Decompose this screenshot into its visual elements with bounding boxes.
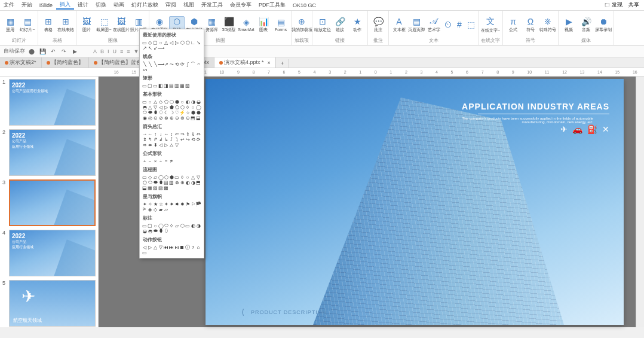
shape-option[interactable]: ▱ — [153, 175, 158, 179]
shape-option[interactable]: ⬒ — [191, 115, 195, 120]
shape-option[interactable]: ⬄ — [142, 142, 147, 147]
shape-option[interactable]: × — [153, 159, 158, 163]
special-symbol-button[interactable]: ※特殊符号 — [540, 16, 556, 33]
shape-option[interactable]: ↳ — [164, 137, 168, 142]
shape-option[interactable]: ⚑ — [185, 202, 190, 206]
shape-option[interactable]: ▭ — [142, 223, 147, 228]
shape-option[interactable]: ⇓ — [191, 132, 195, 136]
shape-option[interactable]: ↪ — [185, 137, 190, 142]
shape-option[interactable]: ✷ — [169, 202, 174, 206]
shape-option[interactable]: ★ — [153, 202, 158, 206]
shape-option[interactable]: ▤ — [164, 180, 168, 185]
menu-transition[interactable]: 切换 — [92, 1, 110, 9]
shape-option[interactable]: ⊜ — [180, 115, 185, 120]
shape-option[interactable]: ▽ — [174, 142, 179, 147]
shape-option[interactable]: ◐ — [185, 180, 190, 185]
datetime-button[interactable]: ⏲ — [443, 16, 453, 33]
shape-option[interactable]: ✧ — [148, 202, 152, 206]
online-pic-button[interactable]: 🖼在线图片 — [114, 16, 129, 33]
shape-option[interactable]: ⬮ — [158, 180, 163, 185]
shape-option[interactable]: ⏯ — [174, 245, 179, 249]
shape-option[interactable]: ▷ — [164, 142, 168, 147]
shape-option[interactable]: △ — [153, 245, 158, 249]
shape-option[interactable]: ☾ — [164, 110, 168, 115]
shape-option[interactable]: ↰ — [148, 137, 152, 142]
shape-option[interactable]: ∟ — [191, 40, 195, 45]
shape-option[interactable]: ◁ — [158, 105, 163, 109]
shape-option[interactable]: ⬬ — [153, 229, 158, 233]
slide-title[interactable]: APPLICATION INDUSTRY AREAS — [462, 102, 609, 111]
shape-option[interactable]: ○ — [191, 105, 195, 109]
close-tab-icon[interactable]: × — [268, 60, 271, 66]
shape-option[interactable]: ◊ — [180, 175, 185, 179]
shape-option[interactable]: ⇑ — [185, 132, 190, 136]
shape-option[interactable]: ○ — [180, 99, 185, 104]
shape-option[interactable]: ◁ — [158, 142, 163, 147]
chart-button[interactable]: 📊图表 — [256, 16, 271, 33]
new-slide-button[interactable]: ▤幻灯片~ — [20, 16, 35, 33]
shape-option[interactable]: ⬢ — [191, 110, 195, 115]
comment-button[interactable]: 💬批注 — [370, 16, 386, 33]
slide-canvas[interactable]: APPLICATION INDUSTRY AREAS The company's… — [206, 79, 624, 325]
shape-option[interactable]: − — [148, 159, 152, 163]
shape-option[interactable]: ↔ — [164, 132, 168, 136]
shape-option[interactable]: ⬡ — [180, 105, 185, 109]
shape-option[interactable]: △ — [191, 175, 195, 179]
shape-option[interactable]: ▢ — [148, 223, 152, 228]
picture-button[interactable]: 🖼图片 — [79, 16, 94, 33]
shape-option[interactable]: ⬯ — [164, 229, 168, 233]
shape-option[interactable]: △ — [148, 105, 152, 109]
shape-option[interactable]: ᔕ — [142, 67, 147, 72]
shape-option[interactable]: ⬡ — [169, 99, 174, 104]
action-button[interactable]: ★动作 — [349, 16, 365, 33]
shape-option[interactable]: ⚐ — [191, 202, 195, 206]
doctab-2[interactable]: 【简约蓝色】 — [42, 57, 89, 68]
shape-option[interactable]: ▦ — [148, 185, 152, 190]
textbox-button[interactable]: A文本框 — [391, 16, 407, 33]
autosave-toggle[interactable]: ⬤ — [27, 47, 36, 56]
shape-option[interactable]: ↱ — [153, 137, 158, 142]
shape-option[interactable]: ⇒ — [180, 132, 185, 136]
shape-option[interactable]: + — [142, 159, 147, 163]
shape-option[interactable]: ⇔ — [196, 132, 201, 136]
shape-option[interactable]: ⬟ — [169, 105, 174, 109]
menu-devtools[interactable]: 开发工具 — [198, 1, 226, 9]
shape-option[interactable]: ↩ — [180, 137, 185, 142]
shape-option[interactable]: ▷ — [148, 245, 152, 249]
menu-islide[interactable]: iSlide — [36, 2, 56, 8]
shape-option[interactable]: ✸ — [174, 202, 179, 206]
shape-option[interactable]: ⬌ — [148, 142, 152, 147]
shape-option[interactable]: ◇ — [158, 99, 163, 104]
shape-option[interactable]: ▧ — [185, 83, 190, 88]
shape-option[interactable]: ⬡ — [180, 223, 185, 228]
shape-option[interactable]: ◓ — [148, 229, 152, 233]
shape-option[interactable]: ▽ — [196, 175, 201, 179]
shape-option[interactable]: ◈ — [148, 207, 152, 212]
shape-option[interactable]: ⏮ — [164, 245, 168, 249]
zoom-button[interactable]: ⊡缩放定位 — [315, 16, 330, 33]
3d-button[interactable]: ⬛3D模型 — [221, 16, 237, 33]
shape-option[interactable]: ☆ — [158, 202, 163, 206]
shape-option[interactable]: ↑ — [153, 132, 158, 136]
shape-option[interactable]: ◇ — [148, 175, 152, 179]
shape-option[interactable]: 🏳 — [142, 207, 147, 212]
shape-option[interactable]: ◯ — [196, 105, 201, 109]
shape-option[interactable]: ▭ — [142, 40, 147, 45]
shape-option[interactable]: ▤ — [169, 83, 174, 88]
shape-option[interactable]: ⊖ — [174, 115, 179, 120]
shape-option[interactable]: ○ — [185, 175, 190, 179]
shape-option[interactable]: ▭ — [185, 223, 190, 228]
shape-option[interactable]: ◊ — [169, 223, 174, 228]
menu-view[interactable]: 视图 — [180, 1, 198, 9]
shape-option[interactable]: ◧ — [158, 83, 163, 88]
shape-option[interactable]: ◒ — [196, 99, 201, 104]
shape-option[interactable]: ◒ — [142, 229, 147, 233]
shape-option[interactable]: ▱ — [174, 223, 179, 228]
smartart-button[interactable]: ◈SmartArt — [238, 16, 254, 33]
shape-option[interactable]: ⬭ — [164, 223, 168, 228]
shape-option[interactable]: ⬯ — [158, 110, 163, 115]
shape-option[interactable]: ⬢ — [174, 99, 179, 104]
shape-option[interactable]: ↗ — [142, 45, 147, 50]
shape-option[interactable]: ⏭ — [169, 245, 174, 249]
equation-button[interactable]: π公式 — [505, 16, 521, 33]
